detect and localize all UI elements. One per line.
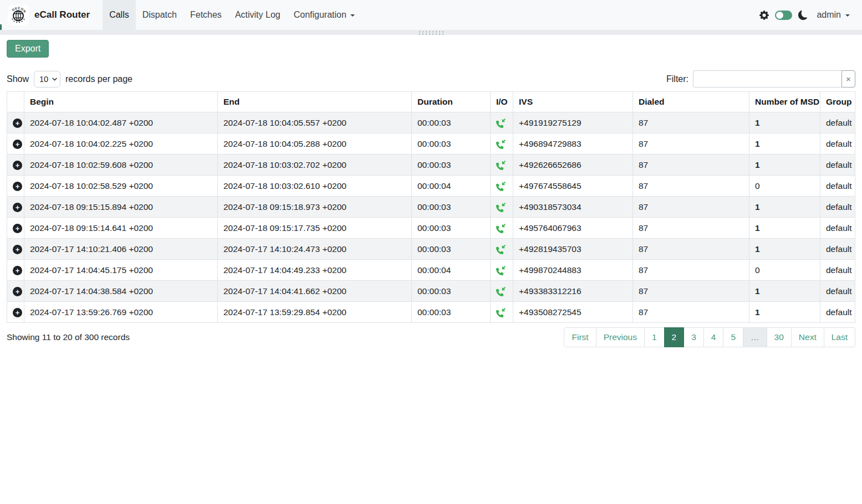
brand[interactable]: OECON eCall Router <box>8 0 90 30</box>
page-button[interactable]: Last <box>824 327 855 347</box>
page-button[interactable]: Previous <box>596 327 645 347</box>
begin-cell: 2024-07-17 14:10:21.406 +0200 <box>24 239 218 260</box>
incoming-call-icon <box>496 140 506 149</box>
end-cell: 2024-07-17 14:10:24.473 +0200 <box>218 239 412 260</box>
nav-item-dispatch[interactable]: Dispatch <box>136 0 183 30</box>
incoming-call-icon <box>496 287 506 296</box>
dialed-cell: 87 <box>633 218 749 239</box>
msd-cell: 1 <box>749 281 820 302</box>
dialed-cell: 87 <box>633 133 749 155</box>
expand-row-button[interactable]: + <box>13 308 22 317</box>
page-ellipsis: … <box>743 327 767 347</box>
page-button[interactable]: 30 <box>767 327 792 347</box>
nav-item-fetches-label: Fetches <box>190 10 222 20</box>
table-row: +2024-07-17 14:04:38.584 +02002024-07-17… <box>7 281 855 302</box>
begin-cell: 2024-07-17 14:04:45.175 +0200 <box>24 260 218 281</box>
chevron-down-icon <box>350 14 355 17</box>
page-button[interactable]: 4 <box>703 327 724 347</box>
page-button[interactable]: Next <box>791 327 824 347</box>
expand-cell: + <box>7 260 24 281</box>
ivs-cell: +492819435703 <box>513 239 633 260</box>
column-header-end: End <box>218 92 412 112</box>
dialed-cell: 87 <box>633 302 749 323</box>
msd-cell: 1 <box>749 302 820 323</box>
ivs-cell: +497674558645 <box>513 176 633 197</box>
expand-row-button[interactable]: + <box>13 224 22 233</box>
io-cell <box>491 155 513 176</box>
io-cell <box>491 176 513 197</box>
dialed-cell: 87 <box>633 112 749 133</box>
dialed-cell: 87 <box>633 260 749 281</box>
page-button[interactable]: 1 <box>644 327 665 347</box>
group-cell: default <box>820 218 855 239</box>
end-cell: 2024-07-17 14:04:49.233 +0200 <box>218 260 412 281</box>
moon-icon[interactable] <box>798 11 808 20</box>
nav-item-activity-log[interactable]: Activity Log <box>228 0 287 30</box>
duration-cell: 00:00:03 <box>412 281 491 302</box>
msd-cell: 1 <box>749 218 820 239</box>
ivs-cell: +496894729883 <box>513 133 633 155</box>
table-row: +2024-07-18 10:02:58.529 +02002024-07-18… <box>7 176 855 197</box>
svg-text:OECON: OECON <box>12 6 27 13</box>
export-button[interactable]: Export <box>7 40 49 58</box>
expand-row-button[interactable]: + <box>13 161 22 170</box>
nav-item-activity-log-label: Activity Log <box>235 10 280 20</box>
filter-control: Filter: × <box>666 70 855 88</box>
msd-cell: 0 <box>749 260 820 281</box>
begin-cell: 2024-07-17 14:04:38.584 +0200 <box>24 281 218 302</box>
incoming-call-icon <box>496 119 506 128</box>
expand-row-button[interactable]: + <box>13 266 22 275</box>
column-header-expand <box>7 92 24 112</box>
expand-cell: + <box>7 302 24 323</box>
io-cell <box>491 281 513 302</box>
expand-row-button[interactable]: + <box>13 182 22 191</box>
io-cell <box>491 197 513 218</box>
theme-toggle[interactable] <box>775 11 792 20</box>
group-cell: default <box>820 112 855 133</box>
expand-row-button[interactable]: + <box>13 203 22 212</box>
clear-filter-button[interactable]: × <box>841 70 855 88</box>
page-button[interactable]: 5 <box>723 327 743 347</box>
nav-item-configuration[interactable]: Configuration <box>287 0 361 30</box>
panel-divider <box>0 30 862 35</box>
end-cell: 2024-07-18 09:15:17.735 +0200 <box>218 218 412 239</box>
page-size-select[interactable]: 10 <box>34 71 60 88</box>
begin-cell: 2024-07-18 10:04:02.487 +0200 <box>24 112 218 133</box>
duration-cell: 00:00:03 <box>412 197 491 218</box>
gear-icon[interactable] <box>759 11 769 20</box>
incoming-call-icon <box>496 308 506 317</box>
user-menu[interactable]: admin <box>817 10 850 20</box>
nav-item-calls[interactable]: Calls <box>103 0 136 30</box>
expand-row-button[interactable]: + <box>13 140 22 149</box>
msd-cell: 0 <box>749 176 820 197</box>
incoming-call-icon <box>496 266 506 275</box>
page-button[interactable]: First <box>564 327 596 347</box>
filter-input[interactable] <box>693 70 841 88</box>
expand-row-button[interactable]: + <box>13 119 22 128</box>
duration-cell: 00:00:03 <box>412 155 491 176</box>
incoming-call-icon <box>496 203 506 212</box>
dialed-cell: 87 <box>633 197 749 218</box>
table-row: +2024-07-18 09:15:15.894 +02002024-07-18… <box>7 197 855 218</box>
msd-cell: 1 <box>749 133 820 155</box>
table-controls: Show 10 records per page Filter: × <box>7 70 855 88</box>
duration-cell: 00:00:03 <box>412 218 491 239</box>
dialed-cell: 87 <box>633 239 749 260</box>
expand-row-button[interactable]: + <box>13 245 22 254</box>
page-button[interactable]: 3 <box>684 327 704 347</box>
pagination: FirstPrevious12345…30NextLast <box>564 327 855 347</box>
begin-cell: 2024-07-18 10:02:58.529 +0200 <box>24 176 218 197</box>
begin-cell: 2024-07-18 10:04:02.225 +0200 <box>24 133 218 155</box>
expand-row-button[interactable]: + <box>13 287 22 296</box>
nav-item-fetches[interactable]: Fetches <box>183 0 228 30</box>
drag-handle[interactable] <box>418 30 445 35</box>
chevron-down-icon <box>845 14 850 17</box>
expand-cell: + <box>7 218 24 239</box>
io-cell <box>491 239 513 260</box>
filter-label: Filter: <box>666 74 688 84</box>
incoming-call-icon <box>496 161 506 170</box>
io-cell <box>491 112 513 133</box>
page-button[interactable]: 2 <box>664 327 685 347</box>
expand-cell: + <box>7 176 24 197</box>
ivs-cell: +493383312216 <box>513 281 633 302</box>
